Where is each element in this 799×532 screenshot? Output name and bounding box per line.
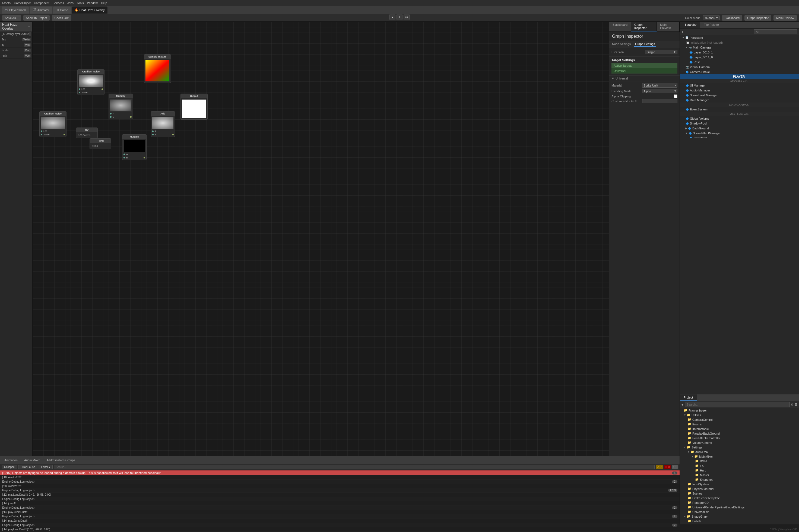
hier-initialization[interactable]: 🔲 Initialization (not loaded) <box>680 40 799 45</box>
property-row-tex[interactable]: Tex Textu <box>0 37 32 42</box>
tab-main-preview[interactable]: Main Preview <box>657 22 680 32</box>
proj-main-mixer[interactable]: ▼ 📁 MainMixer <box>680 454 799 459</box>
menu-item-tools[interactable]: Tools <box>77 1 84 5</box>
blackboard-button[interactable]: Blackboard <box>722 15 742 21</box>
hierarchy-search[interactable] <box>754 29 797 34</box>
proj-utilities[interactable]: ▼ 📁 Utilities <box>680 413 799 417</box>
proj-physics-material[interactable]: 📁 Physics Material <box>680 487 799 491</box>
graph-node-gradient-noise-2[interactable]: Gradient Noise UV Scale <box>39 111 67 137</box>
proj-camera-control[interactable]: 📁 CameraControl <box>680 417 799 422</box>
custom-editor-input[interactable] <box>642 99 677 103</box>
menu-item-jobs[interactable]: Jobs <box>67 1 74 5</box>
pause-button[interactable]: ⏸ <box>396 14 403 20</box>
add-property-button[interactable]: + <box>28 24 30 29</box>
graph-node-multiply-1[interactable]: Multiply A B <box>109 94 133 119</box>
graph-node-gradient-noise-1[interactable]: Gradient Noise UV Scale <box>77 69 105 95</box>
tab-animator[interactable]: 🎬 Animator <box>30 6 52 14</box>
hier-background[interactable]: ▶ 🔷 BackGround <box>680 126 799 131</box>
hier-jump-dust[interactable]: 🔷 JumpDust <box>680 136 799 138</box>
hier-shadow-pool[interactable]: 🔷 ShadowPool <box>680 121 799 126</box>
tile-palette-tab[interactable]: Tile Palette <box>700 22 723 28</box>
show-in-project-button[interactable]: Show In Project <box>23 15 50 21</box>
menu-item-gameobject[interactable]: GameObject <box>14 1 31 5</box>
proj-volumn-control[interactable]: 📁 VolumnControl <box>680 440 799 445</box>
menu-item-services[interactable]: Services <box>53 1 64 5</box>
proj-audio-mix[interactable]: ▼ 📁 Audio Mix <box>680 450 799 454</box>
addressables-tab[interactable]: Addressables Groups <box>44 458 78 462</box>
proj-input-system[interactable]: 📁 InputSystem <box>680 482 799 487</box>
hier-virtual-camera[interactable]: 📷 Virtual Camera <box>680 64 799 70</box>
proj-explosion[interactable]: 📁 Explosion <box>680 523 799 525</box>
proj-renderer2d[interactable]: 📁 Renderer2D <box>680 500 799 505</box>
hier-event-system[interactable]: 🔷 EventSystem <box>680 107 799 112</box>
hier-scene-effects[interactable]: ▼ 🔷 SceneEffectManager <box>680 131 799 136</box>
proj-add-button[interactable]: + <box>682 403 684 407</box>
play-button[interactable]: ▶ <box>389 14 395 20</box>
menu-item-help[interactable]: Help <box>101 1 107 5</box>
node-settings-tab[interactable]: Node Settings <box>611 42 632 47</box>
hier-camera-shake[interactable]: 🔷 Camera Shake <box>680 70 799 74</box>
graph-node-misc-2[interactable]: Tiling Tiling <box>90 138 111 149</box>
graph-node-output[interactable]: Output <box>181 94 208 120</box>
hier-post[interactable]: 🔷 Post <box>680 60 799 64</box>
tab-heat-haze[interactable]: 🔥 Heat Haze Overlay <box>72 6 108 14</box>
proj-view-button[interactable]: ☰ <box>795 403 797 406</box>
graph-node-misc-1[interactable]: UV UV Coords <box>76 128 98 138</box>
graph-node-color-sample[interactable]: Sample Texture <box>144 54 171 83</box>
graph-settings-tab[interactable]: Graph Settings <box>634 42 656 47</box>
graph-node-multiply-2[interactable]: Multiply A B <box>122 134 147 160</box>
proj-settings[interactable]: ▼ 📁 Settings <box>680 445 799 450</box>
hier-add-button[interactable]: + <box>682 30 684 34</box>
precision-dropdown[interactable]: Single ▾ <box>645 50 677 54</box>
material-dropdown[interactable]: Sprite Unlit ▾ <box>642 83 677 88</box>
add-target-button[interactable]: + <box>670 64 672 67</box>
proj-universal-rp[interactable]: 📁 UniversalRP <box>680 510 799 514</box>
hier-layer-0010[interactable]: 🔷 Layer_0010_1 <box>680 50 799 55</box>
hier-layer-0011[interactable]: 🔷 Layer_0011_0 <box>680 55 799 60</box>
tab-game[interactable]: 🖥 Game <box>53 6 71 14</box>
console-search[interactable] <box>54 465 655 469</box>
proj-enums[interactable]: 📁 Enums <box>680 422 799 426</box>
check-out-button[interactable]: Check Out <box>52 15 71 21</box>
hier-persistent[interactable]: ▼ 📄 Persistent <box>680 35 799 40</box>
shader-graph-canvas[interactable]: Gradient Noise UV Scale Sample Texture M… <box>33 22 609 525</box>
alpha-clipping-checkbox[interactable] <box>674 94 677 98</box>
hier-ui-manager[interactable]: 🔷 UI Manager <box>680 83 799 88</box>
editor-button[interactable]: Editor ▾ <box>39 465 53 469</box>
hier-audio-manager[interactable]: 🔷 Audio Manager <box>680 88 799 93</box>
proj-lit2d[interactable]: 📁 Lit2DSceneTemplate <box>680 496 799 500</box>
proj-bgm[interactable]: 📁 BGM <box>680 459 799 463</box>
menu-item-component[interactable]: Component <box>34 1 50 5</box>
color-mode-dropdown[interactable]: <None> ▾ <box>703 16 720 20</box>
proj-bullets[interactable]: 📁 Bullets <box>680 519 799 523</box>
hier-data-manager[interactable]: 🔷 Data Manager <box>680 98 799 102</box>
animation-tab[interactable]: Animation <box>2 458 20 462</box>
tab-graph-inspector[interactable]: Graph Inspector <box>631 22 657 32</box>
proj-master[interactable]: 📁 Master <box>680 473 799 477</box>
save-as-button[interactable]: Save As... <box>2 15 21 21</box>
audio-mixer-tab[interactable]: Audio Mixer <box>21 458 43 462</box>
tab-blackboard[interactable]: Blackboard <box>609 22 631 32</box>
proj-parallax[interactable]: 📁 ParallaxBackGround <box>680 431 799 436</box>
proj-fx[interactable]: 📁 FX <box>680 463 799 468</box>
property-row-ngth[interactable]: ngth Vec <box>0 53 32 59</box>
property-row-ity[interactable]: ity Vec <box>0 42 32 48</box>
menu-item-assets[interactable]: Assets <box>2 1 11 5</box>
hier-sceneload[interactable]: 🔷 SceneLoad Manager <box>680 93 799 98</box>
proj-scenes[interactable]: 📁 Scenes <box>680 491 799 496</box>
proj-shade-graph[interactable]: ▼ 📁 ShadeGraph <box>680 514 799 519</box>
proj-filter-button[interactable]: ⚙ <box>791 403 794 406</box>
hier-main-camera[interactable]: ▼ 📷 Main Camera <box>680 45 799 50</box>
menu-item-window[interactable]: Window <box>87 1 98 5</box>
step-button[interactable]: ⏭ <box>404 14 410 20</box>
project-search[interactable] <box>685 402 790 407</box>
tab-playergraph[interactable]: 🎮 PlayerGraph <box>2 6 29 14</box>
graph-node-add[interactable]: Add A B <box>151 111 175 137</box>
collapse-button[interactable]: Collapse <box>2 465 17 469</box>
main-preview-button[interactable]: Main Preview <box>774 15 797 21</box>
error-pause-button[interactable]: Error Pause <box>18 465 37 469</box>
proj-post-effects[interactable]: 📁 PostEffectsController <box>680 436 799 440</box>
blending-mode-dropdown[interactable]: Alpha ▾ <box>642 89 677 93</box>
remove-target-button[interactable]: − <box>674 64 675 67</box>
proj-snapshot[interactable]: 📁 Snapshot <box>680 477 799 482</box>
